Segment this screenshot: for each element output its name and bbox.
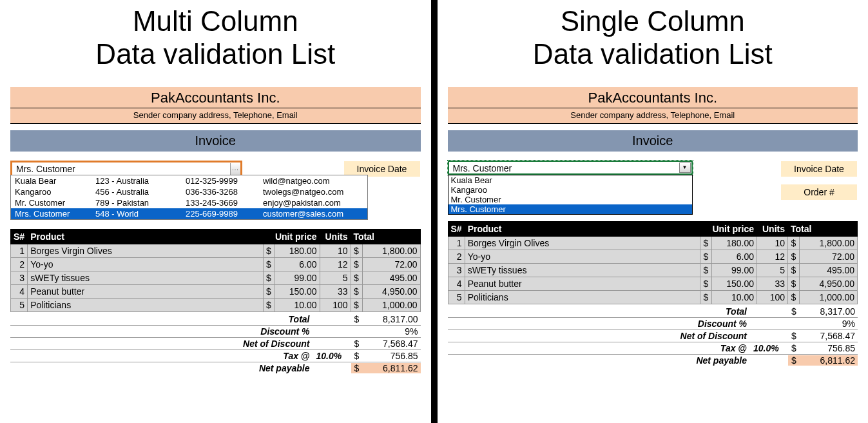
cell-sn: 4 xyxy=(11,285,28,299)
invoice-totals: Total$8,317.00Discount %9%Net of Discoun… xyxy=(448,306,858,366)
cell-unitprice: 180.00 xyxy=(712,237,757,250)
invoice-table: S# Product Unit price Units Total 1Borge… xyxy=(10,229,421,312)
cell-currency: $ xyxy=(351,285,362,299)
title-line2: Data validation List xyxy=(95,38,335,70)
total-value: 8,317.00 xyxy=(800,306,858,317)
dropdown-option[interactable]: Kuala Bear xyxy=(448,175,692,185)
cell-total: 1,800.00 xyxy=(800,237,858,250)
dropdown-option[interactable]: Mr. Customer xyxy=(448,195,692,204)
panel-divider xyxy=(431,0,438,423)
cell-currency: $ xyxy=(351,258,362,271)
company-name: PakAccountants Inc. xyxy=(10,87,421,108)
customer-dropdown[interactable]: Mrs. Customer ▼ Kuala BearKangarooMr. Cu… xyxy=(448,161,693,175)
cell-currency: $ xyxy=(788,264,800,277)
cell-currency: $ xyxy=(700,237,712,250)
cell-unitprice: 150.00 xyxy=(275,285,320,299)
table-row[interactable]: 5Politicians$10.00100$1,000.00 xyxy=(448,291,858,304)
invoice-header: Invoice xyxy=(10,130,421,152)
panel-multi-column: Multi Column Data validation List PakAcc… xyxy=(0,0,431,423)
title-line1: Multi Column xyxy=(133,5,298,37)
cell-units: 33 xyxy=(320,285,351,299)
customer-combobox-value[interactable]: Mrs. Customer xyxy=(12,162,230,175)
net-discount-label: Net of Discount xyxy=(224,339,314,349)
col-header-unitprice: Unit price xyxy=(700,222,757,237)
cell-product: Politicians xyxy=(465,291,700,304)
dropdown-option[interactable]: Mrs. Customer xyxy=(448,204,692,214)
table-row[interactable]: 5Politicians$10.00100$1,000.00 xyxy=(11,299,421,312)
invoice-header: Invoice xyxy=(448,130,858,152)
cell-total: 72.00 xyxy=(362,258,420,271)
cell-sn: 2 xyxy=(448,250,465,264)
customer-combobox-list[interactable]: Kuala Bear123 - Australia012-325-9999wil… xyxy=(10,175,368,220)
cell-currency: $ xyxy=(700,277,712,291)
combobox-option[interactable]: Mrs. Customer548 - World225-669-9989cust… xyxy=(11,208,367,219)
panel-title: Single Column Data validation List xyxy=(448,5,858,70)
option-name: Mrs. Customer xyxy=(15,209,95,219)
cell-currency: $ xyxy=(700,291,712,304)
combobox-option[interactable]: Kangaroo456 - Australia036-336-3268twole… xyxy=(11,186,367,197)
invoice-totals: Total$8,317.00Discount %9%Net of Discoun… xyxy=(10,313,421,374)
table-row[interactable]: 1Borges Virgin Olives$180.0010$1,800.00 xyxy=(11,244,421,258)
table-row[interactable]: 3sWETy tissues$99.005$495.00 xyxy=(448,264,858,277)
cell-product: Yo-yo xyxy=(465,250,700,264)
company-name: PakAccountants Inc. xyxy=(448,87,858,108)
cell-currency: $ xyxy=(263,285,275,299)
tax-value: 756.85 xyxy=(363,351,421,361)
combobox-option[interactable]: Kuala Bear123 - Australia012-325-9999wil… xyxy=(11,175,367,186)
col-header-units: Units xyxy=(320,230,351,244)
option-email: enjoy@pakistan.com xyxy=(263,198,363,208)
cell-unitprice: 6.00 xyxy=(275,258,320,271)
option-phone: 036-336-3268 xyxy=(186,187,263,197)
cell-total: 495.00 xyxy=(362,271,420,285)
cell-unitprice: 150.00 xyxy=(712,277,757,291)
tax-value: 756.85 xyxy=(800,343,858,353)
company-subtext: Sender company address, Telephone, Email xyxy=(10,108,421,123)
option-address: 789 - Pakistan xyxy=(95,198,186,208)
net-discount-value: 7,568.47 xyxy=(800,331,858,341)
cell-sn: 1 xyxy=(448,237,465,250)
option-name: Kangaroo xyxy=(15,187,95,197)
cell-currency: $ xyxy=(700,250,712,264)
table-row[interactable]: 2Yo-yo$6.0012$72.00 xyxy=(448,250,858,264)
cell-unitprice: 180.00 xyxy=(275,244,320,258)
company-subtext: Sender company address, Telephone, Email xyxy=(448,108,858,123)
table-row[interactable]: 2Yo-yo$6.0012$72.00 xyxy=(11,258,421,271)
cell-currency: $ xyxy=(263,258,275,271)
cell-currency: $ xyxy=(788,237,800,250)
cell-currency: $ xyxy=(263,299,275,312)
option-name: Kuala Bear xyxy=(15,176,95,186)
net-discount-label: Net of Discount xyxy=(661,331,751,341)
col-header-product: Product xyxy=(28,230,263,244)
cell-unitprice: 6.00 xyxy=(712,250,757,264)
customer-dropdown-list[interactable]: Kuala BearKangarooMr. CustomerMrs. Custo… xyxy=(448,175,693,215)
company-header: PakAccountants Inc. Sender company addre… xyxy=(448,87,858,124)
table-row[interactable]: 4Peanut butter$150.0033$4,950.00 xyxy=(11,285,421,299)
cell-unitprice: 10.00 xyxy=(275,299,320,312)
option-address: 548 - World xyxy=(95,209,186,219)
option-email: twolegs@natgeo.com xyxy=(263,187,363,197)
dropdown-button[interactable]: ▼ xyxy=(679,162,691,173)
cell-sn: 4 xyxy=(448,277,465,291)
col-header-total: Total xyxy=(788,222,858,237)
col-header-sn: S# xyxy=(11,230,28,244)
combobox-option[interactable]: Mr. Customer789 - Pakistan133-245-3669en… xyxy=(11,197,367,208)
option-phone: 225-669-9989 xyxy=(186,209,263,219)
cell-total: 1,000.00 xyxy=(800,291,858,304)
table-row[interactable]: 4Peanut butter$150.0033$4,950.00 xyxy=(448,277,858,291)
customer-dropdown-value[interactable]: Mrs. Customer xyxy=(449,162,679,173)
discount-label: Discount % xyxy=(661,319,751,329)
tax-label: Tax @ xyxy=(661,343,751,353)
combobox-dropdown-button[interactable]: ... xyxy=(230,163,240,175)
table-row[interactable]: 1Borges Virgin Olives$180.0010$1,800.00 xyxy=(448,237,858,250)
dropdown-option[interactable]: Kangaroo xyxy=(448,185,692,195)
tax-percent: 10.0% xyxy=(314,351,351,361)
col-header-sn: S# xyxy=(448,222,465,237)
cell-unitprice: 10.00 xyxy=(712,291,757,304)
cell-total: 1,800.00 xyxy=(362,244,420,258)
cell-currency: $ xyxy=(263,244,275,258)
panel-title: Multi Column Data validation List xyxy=(10,5,421,70)
table-row[interactable]: 3sWETy tissues$99.005$495.00 xyxy=(11,271,421,285)
cell-sn: 2 xyxy=(11,258,28,271)
cell-product: Borges Virgin Olives xyxy=(28,244,263,258)
cell-units: 100 xyxy=(757,291,788,304)
